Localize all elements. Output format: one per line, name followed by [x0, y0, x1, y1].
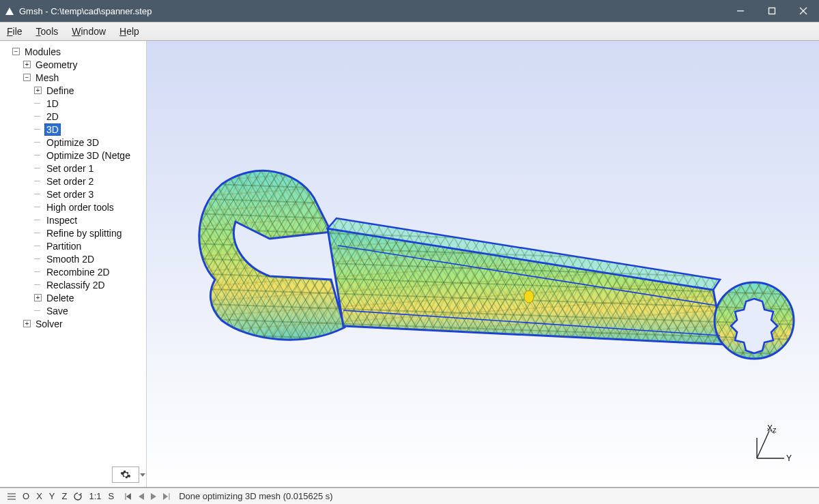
axis-y-label: Y [786, 454, 792, 463]
status-scale[interactable]: 1:1 [85, 488, 104, 504]
status-view-z[interactable]: Z [58, 488, 70, 504]
tree-item-3d[interactable]: 3D [0, 123, 146, 136]
gear-icon [120, 469, 131, 480]
module-tree: −Modules +Geometry −Mesh +Define 1D [0, 45, 146, 330]
tree-node-geometry[interactable]: +Geometry [0, 58, 146, 71]
menu-help[interactable]: Help [119, 26, 139, 37]
svg-line-12 [757, 431, 769, 458]
svg-rect-1 [769, 8, 775, 14]
play-next-icon [151, 493, 156, 500]
status-message: Done optimizing 3D mesh (0.015625 s) [179, 491, 332, 501]
close-button[interactable] [788, 0, 819, 22]
status-last-button[interactable] [160, 488, 173, 504]
tree-item-optimize-3d[interactable]: Optimize 3D [0, 136, 146, 149]
tree-item-2d[interactable]: 2D [0, 110, 146, 123]
status-next-button[interactable] [147, 488, 160, 504]
tree-item-recombine-2d[interactable]: Recombine 2D [0, 265, 146, 278]
status-view-y[interactable]: Y [46, 488, 59, 504]
svg-marker-22 [163, 493, 168, 500]
tree-item-1d[interactable]: 1D [0, 97, 146, 110]
menubar: File Tools Window Help [0, 22, 819, 41]
status-s-button[interactable]: S [105, 488, 118, 504]
tree-item-high-order-tools[interactable]: High order tools [0, 201, 146, 213]
window-title: Gmsh - C:\temp\cad\spanner.step [19, 6, 152, 16]
skip-end-icon [163, 493, 170, 500]
svg-marker-20 [139, 493, 144, 500]
rotate-icon [74, 492, 82, 501]
hamburger-icon [8, 492, 16, 501]
svg-point-7 [524, 291, 534, 303]
status-view-o[interactable]: O [19, 488, 33, 504]
sidebar: −Modules +Geometry −Mesh +Define 1D [0, 41, 147, 487]
main-area: −Modules +Geometry −Mesh +Define 1D [0, 41, 819, 488]
options-gear-button[interactable] [112, 466, 139, 483]
status-prev-button[interactable] [135, 488, 147, 504]
skip-start-icon [125, 493, 132, 500]
svg-marker-19 [126, 493, 131, 500]
tree-item-set-order-2[interactable]: Set order 2 [0, 175, 146, 188]
tree-node-solver[interactable]: +Solver [0, 317, 146, 330]
tree-item-inspect[interactable]: Inspect [0, 213, 146, 226]
tree-item-refine-by-splitting[interactable]: Refine by splitting [0, 226, 146, 239]
tree-item-reclassify-2d[interactable]: Reclassify 2D [0, 278, 146, 291]
mesh-render [174, 123, 795, 375]
tree-item-save[interactable]: Save [0, 304, 146, 317]
statusbar: O X Y Z 1:1 S Done optimizing 3D mesh (0… [0, 488, 819, 504]
status-first-button[interactable] [121, 488, 135, 504]
svg-marker-21 [151, 493, 156, 500]
menu-window[interactable]: Window [72, 26, 106, 37]
tree-node-define[interactable]: +Define [0, 84, 146, 97]
play-prev-icon [139, 493, 144, 500]
maximize-button[interactable] [756, 0, 788, 22]
menu-tools[interactable]: Tools [36, 26, 59, 37]
status-rotate-button[interactable] [70, 488, 85, 504]
tree-item-set-order-1[interactable]: Set order 1 [0, 162, 146, 175]
axis-triad: Y X Z [747, 426, 794, 466]
titlebar: Gmsh - C:\temp\cad\spanner.step [0, 0, 819, 22]
minimize-button[interactable] [725, 0, 756, 22]
tree-item-partition[interactable]: Partition [0, 239, 146, 252]
app-icon [5, 8, 14, 15]
tree-item-smooth-2d[interactable]: Smooth 2D [0, 252, 146, 265]
tree-node-mesh[interactable]: −Mesh [0, 71, 146, 84]
tree-node-modules[interactable]: −Modules [0, 45, 146, 58]
tree-node-delete[interactable]: +Delete [0, 291, 146, 304]
status-view-x[interactable]: X [33, 488, 46, 504]
3d-viewport[interactable]: Y X Z [147, 41, 819, 487]
menu-file[interactable]: File [7, 26, 23, 37]
tree-item-set-order-3[interactable]: Set order 3 [0, 188, 146, 201]
status-menu-icon[interactable] [4, 488, 19, 504]
tree-item-optimize-3d-netgen[interactable]: Optimize 3D (Netge [0, 149, 146, 162]
